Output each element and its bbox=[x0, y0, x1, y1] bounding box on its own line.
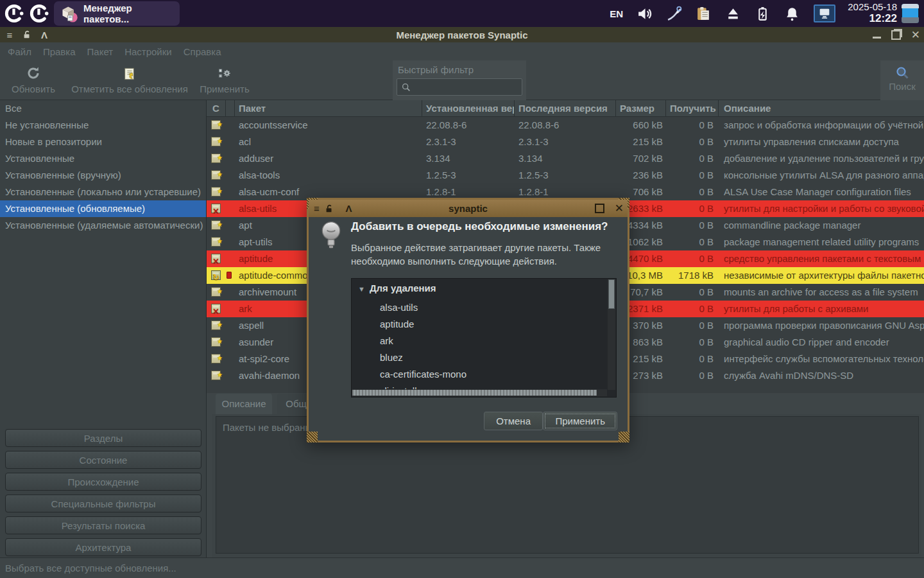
dialog-close-button[interactable]: ✕ bbox=[615, 202, 624, 215]
mark-all-upgrades-icon bbox=[67, 62, 193, 81]
volume-icon[interactable] bbox=[637, 6, 653, 22]
expander-triangle-icon[interactable]: ▼ bbox=[358, 285, 365, 293]
workspace-switcher-icon[interactable] bbox=[902, 4, 919, 23]
package-status-icon bbox=[211, 237, 221, 247]
size: 702 kB bbox=[616, 150, 666, 167]
filter-list-item[interactable]: Не установленные bbox=[0, 117, 206, 134]
changes-list[interactable]: ▼Для удаления alsa-utilsaptitudearkbluez… bbox=[351, 278, 617, 398]
download-size: 0 B bbox=[666, 250, 719, 267]
battery-icon[interactable] bbox=[755, 6, 771, 22]
latest-version: 2.3.1-3 bbox=[515, 134, 616, 150]
removal-package: alsa-utils bbox=[380, 299, 466, 316]
icewm-launcher-icon[interactable] bbox=[3, 3, 25, 24]
icewm-launcher-icon-2[interactable] bbox=[28, 3, 50, 24]
removal-group-label[interactable]: ▼Для удаления bbox=[358, 283, 436, 293]
horizontal-scrollbar[interactable] bbox=[352, 389, 607, 396]
dialog-maximize-button[interactable] bbox=[595, 204, 604, 213]
filter-list-item[interactable]: Установленные bbox=[0, 150, 206, 167]
mark-all-upgrades-button[interactable]: Отметить все обновления bbox=[67, 62, 193, 98]
taskbar-window-button[interactable]: Менеджер пакетов... bbox=[54, 1, 180, 26]
screenshot-tool-icon[interactable] bbox=[666, 6, 682, 22]
scrollbar-thumb[interactable] bbox=[608, 279, 615, 309]
download-size: 0 B bbox=[666, 167, 719, 184]
maximize-button[interactable] bbox=[891, 30, 901, 40]
search-icon bbox=[401, 82, 411, 92]
eject-icon[interactable] bbox=[725, 6, 741, 22]
resize-grip[interactable] bbox=[619, 432, 629, 442]
filter-list-item[interactable]: Установленные (обновляемые) bbox=[0, 200, 206, 217]
col-size[interactable]: Размер bbox=[616, 100, 666, 117]
size: 236 kB bbox=[616, 167, 666, 184]
filter-list-item[interactable]: Установленные (удаляемые автоматически) bbox=[0, 217, 206, 234]
clock[interactable]: 2025-05-18 12:22 bbox=[837, 1, 897, 24]
col-description[interactable]: Описание bbox=[720, 100, 924, 117]
filter-list-item[interactable]: Все bbox=[0, 100, 206, 117]
status-button[interactable]: Состояние bbox=[5, 451, 201, 469]
package-name: adduser bbox=[235, 150, 422, 167]
quick-filter-input[interactable] bbox=[397, 78, 522, 96]
search-results-button[interactable]: Результаты поиска bbox=[5, 516, 201, 534]
menu-item[interactable]: Справка bbox=[184, 46, 221, 57]
filter-list-item[interactable]: Новые в репозитории bbox=[0, 134, 206, 150]
cancel-button[interactable]: Отмена bbox=[484, 412, 543, 430]
display-icon[interactable] bbox=[814, 4, 835, 22]
installed-version: 22.08.8-6 bbox=[422, 117, 515, 134]
menu-item[interactable]: Пакет bbox=[87, 46, 114, 57]
download-size: 0 B bbox=[666, 284, 719, 301]
lightbulb-icon bbox=[320, 220, 343, 252]
col-installed-version[interactable]: Установленная вер bbox=[422, 100, 515, 117]
table-header: С Пакет Установленная вер Последняя верс… bbox=[207, 100, 924, 117]
package-status-icon bbox=[211, 220, 221, 230]
resize-grip[interactable] bbox=[307, 432, 318, 442]
tab-description[interactable]: Описание bbox=[216, 394, 272, 414]
installed-version: 3.134 bbox=[422, 150, 515, 167]
search-icon-blue bbox=[880, 60, 924, 81]
download-size: 1718 kB bbox=[666, 267, 719, 284]
removal-package: ark bbox=[380, 333, 466, 349]
package-status-icon bbox=[211, 187, 221, 197]
col-marker[interactable] bbox=[226, 100, 235, 117]
close-button[interactable]: ✕ bbox=[911, 30, 920, 40]
minimize-button[interactable] bbox=[873, 37, 881, 39]
architecture-button[interactable]: Архитектура bbox=[5, 538, 201, 556]
installed-version: 1.2.5-3 bbox=[422, 167, 515, 184]
scrollbar-thumb[interactable] bbox=[352, 390, 597, 396]
col-download[interactable]: Получить bbox=[666, 100, 719, 117]
filter-list-item[interactable]: Установленные (вручную) bbox=[0, 167, 206, 184]
table-row[interactable]: accountsservice 22.08.8-6 22.08.8-6 660 … bbox=[207, 117, 924, 134]
search-button[interactable]: Поиск bbox=[880, 60, 924, 100]
col-latest-version[interactable]: Последняя версия bbox=[515, 100, 616, 117]
custom-filters-button[interactable]: Специальные фильтры bbox=[5, 495, 201, 512]
menu-item[interactable]: Правка bbox=[43, 46, 76, 57]
col-status[interactable]: С bbox=[207, 100, 226, 117]
apply-changes-button[interactable]: Применить bbox=[543, 412, 617, 430]
origin-button[interactable]: Происхождение bbox=[5, 473, 201, 491]
sections-button[interactable]: Разделы bbox=[5, 429, 201, 447]
notifications-icon[interactable] bbox=[784, 6, 800, 22]
table-row[interactable]: acl 2.3.1-3 2.3.1-3 215 kB 0 B утилиты у… bbox=[207, 134, 924, 150]
menu-item[interactable]: Настройки bbox=[124, 46, 172, 57]
download-size: 0 B bbox=[666, 351, 719, 367]
statusbar: Выбрать все доступные обновления... bbox=[0, 557, 924, 578]
package-status-icon bbox=[211, 320, 221, 330]
system-tray: EN bbox=[610, 0, 835, 27]
keyboard-layout-indicator[interactable]: EN bbox=[610, 8, 623, 19]
description: интерфейс службы вспомогательных техноло… bbox=[720, 351, 924, 367]
table-row[interactable]: alsa-tools 1.2.5-3 1.2.5-3 236 kB 0 B ко… bbox=[207, 167, 924, 184]
table-row[interactable]: adduser 3.134 3.134 702 kB 0 B добавлени… bbox=[207, 150, 924, 167]
description: graphical audio CD ripper and encoder bbox=[720, 334, 924, 351]
menu-item[interactable]: Файл bbox=[8, 46, 31, 57]
refresh-button[interactable]: Обновить bbox=[4, 62, 63, 98]
vertical-scrollbar[interactable] bbox=[608, 279, 615, 390]
package-status-icon bbox=[211, 153, 221, 163]
filter-list-item[interactable]: Установленные (локально или устаревшие) bbox=[0, 184, 206, 200]
download-size: 0 B bbox=[666, 117, 719, 134]
clipboard-icon[interactable] bbox=[696, 6, 712, 22]
window-titlebar: ≡ Λ Менеджер пакетов Synaptic ✕ bbox=[0, 27, 924, 42]
latest-version: 22.08.8-6 bbox=[515, 117, 616, 134]
download-size: 0 B bbox=[666, 367, 719, 384]
package-status-icon bbox=[211, 354, 221, 363]
tray-date: 2025-05-18 bbox=[837, 1, 897, 13]
col-package[interactable]: Пакет bbox=[235, 100, 422, 117]
apply-button[interactable]: Применить bbox=[196, 62, 253, 98]
